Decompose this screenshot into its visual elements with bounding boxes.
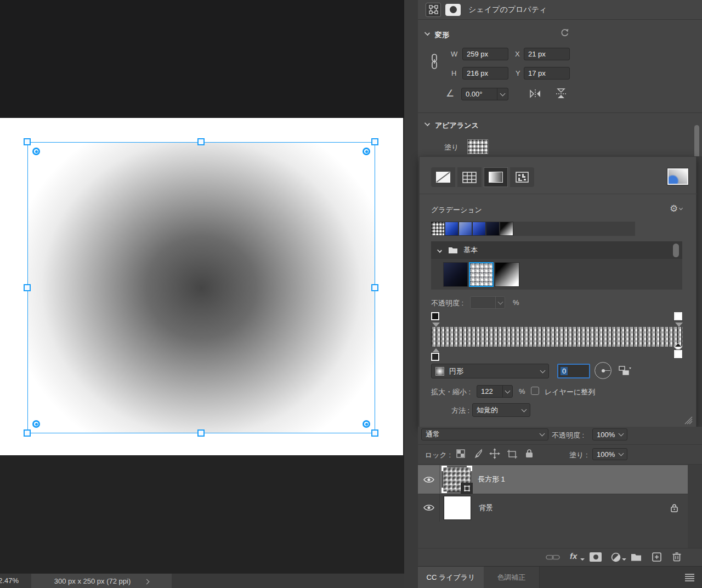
reset-transform-icon[interactable]	[559, 27, 570, 38]
gradient-angle-input[interactable]: 0	[557, 364, 590, 378]
lock-transparency-icon[interactable]	[456, 449, 465, 458]
color-stop-left[interactable]	[431, 353, 439, 361]
gradient-settings-gear-icon[interactable]: ⚙	[670, 203, 682, 214]
background-lock-icon[interactable]	[671, 504, 678, 512]
align-layer-checkbox[interactable]	[531, 387, 539, 395]
lock-artboard-icon[interactable]	[507, 449, 518, 459]
handle-top-center[interactable]	[197, 138, 205, 145]
gradient-style-select[interactable]: 円形	[431, 364, 549, 378]
layer-thumbnail-shape[interactable]	[443, 467, 471, 491]
gradient-preview-bar[interactable]	[431, 327, 683, 347]
visibility-toggle[interactable]	[418, 465, 440, 494]
stop-opacity-field[interactable]	[470, 296, 505, 309]
angle-field[interactable]: 0.00°	[461, 88, 508, 100]
layer-row-background[interactable]: 背景	[418, 494, 688, 521]
canvas-area[interactable]	[0, 0, 404, 573]
corner-radius-handle-bl[interactable]	[32, 420, 40, 428]
recent-gradient-2[interactable]	[445, 222, 458, 236]
layer-style-fx-icon[interactable]: fx	[570, 551, 577, 561]
layer-name[interactable]: 背景	[479, 503, 493, 513]
recent-gradient-6[interactable]	[500, 222, 513, 236]
method-select[interactable]: 知覚的	[472, 403, 530, 417]
tab-cc-libraries[interactable]: CC ライブラリ	[418, 567, 484, 588]
recent-gradient-4[interactable]	[472, 222, 486, 236]
selection-bounds[interactable]	[27, 142, 375, 433]
handle-bottom-left[interactable]	[24, 429, 31, 437]
corner-radius-handle-tr[interactable]	[363, 148, 370, 155]
handle-bottom-center[interactable]	[197, 429, 205, 437]
layers-scroll-gutter[interactable]	[688, 465, 702, 548]
layer-row-rectangle[interactable]: 長方形 1	[418, 465, 688, 494]
fill-swatch[interactable]	[467, 139, 488, 154]
style-dropdown-icon	[540, 368, 546, 373]
lock-all-icon[interactable]	[525, 449, 533, 458]
handle-middle-right[interactable]	[371, 284, 378, 291]
recent-gradient-3[interactable]	[458, 222, 472, 236]
handle-top-right[interactable]	[371, 138, 378, 145]
scale-field[interactable]: 122	[477, 385, 513, 398]
h-label: H	[451, 69, 456, 77]
layer-thumbnail-background[interactable]	[444, 496, 471, 519]
x-field[interactable]: 21 px	[524, 48, 570, 60]
zoom-level[interactable]: 62.47%	[0, 576, 19, 585]
opacity-stop-left[interactable]	[431, 312, 439, 320]
panel-gap	[404, 0, 418, 588]
delete-layer-trash-icon[interactable]	[672, 552, 681, 562]
lock-position-move-icon[interactable]	[489, 448, 500, 459]
h-field[interactable]: 216 px	[462, 67, 508, 80]
layer-fill-select[interactable]: 100%	[592, 448, 627, 460]
group-scrollbar[interactable]	[673, 244, 679, 257]
fill-none-button[interactable]	[431, 167, 455, 187]
fill-pattern-button[interactable]	[510, 167, 534, 187]
scale-dropdown-icon[interactable]	[505, 388, 511, 394]
corner-radius-handle-br[interactable]	[363, 420, 370, 428]
preset-group-header[interactable]: 基本	[431, 241, 682, 259]
flip-vertical-icon[interactable]	[555, 88, 567, 100]
shape-properties-icon[interactable]	[445, 4, 461, 16]
recent-gradient-5[interactable]	[486, 222, 500, 236]
fill-gradient-button[interactable]	[484, 167, 508, 187]
artboard[interactable]	[0, 118, 403, 455]
link-layers-icon[interactable]	[546, 553, 560, 561]
panel-menu-hamburger-icon[interactable]	[685, 573, 694, 583]
fill-solid-button[interactable]	[457, 167, 482, 187]
preset-black-to-white[interactable]	[495, 262, 519, 287]
lock-pixels-brush-icon[interactable]	[473, 449, 483, 459]
y-field[interactable]: 17 px	[524, 67, 570, 80]
recent-gradient-1[interactable]	[431, 222, 445, 236]
corner-radius-handle-tl[interactable]	[32, 148, 40, 155]
flip-horizontal-icon[interactable]	[529, 88, 541, 99]
preset-fg-to-transparent-selected[interactable]	[469, 262, 494, 287]
color-picker-swatch[interactable]	[667, 168, 688, 185]
group-collapse-icon[interactable]	[437, 248, 442, 253]
color-stop-right[interactable]	[674, 350, 682, 358]
link-wh-icon[interactable]	[430, 53, 439, 70]
popup-resize-grip[interactable]	[684, 416, 693, 425]
layer-opacity-select[interactable]: 100%	[592, 428, 627, 440]
appearance-collapse-icon[interactable]	[424, 121, 430, 126]
handle-top-left[interactable]	[24, 138, 31, 145]
doc-size-box[interactable]: 300 px x 250 px (72 ppi)	[31, 574, 172, 588]
w-field[interactable]: 259 px	[462, 48, 508, 60]
angle-dial[interactable]	[595, 362, 612, 379]
handle-middle-left[interactable]	[24, 284, 31, 291]
opacity-stop-right[interactable]	[674, 312, 682, 320]
tab-adjustments[interactable]: 色調補正	[484, 567, 540, 588]
visibility-toggle[interactable]	[418, 494, 440, 522]
reverse-gradient-icon[interactable]	[619, 365, 632, 376]
blend-mode-select[interactable]: 通常	[421, 428, 548, 440]
transform-collapse-icon[interactable]	[424, 30, 430, 36]
handle-bottom-right[interactable]	[371, 429, 378, 437]
add-layer-mask-icon[interactable]	[590, 552, 602, 562]
status-chevron-icon[interactable]	[144, 579, 150, 584]
preset-fg-to-bg[interactable]	[443, 262, 468, 287]
adjustment-layer-icon[interactable]	[611, 552, 621, 562]
transform-box-icon[interactable]	[426, 3, 441, 17]
layer-name[interactable]: 長方形 1	[478, 474, 505, 484]
method-dropdown-icon	[522, 406, 527, 412]
new-layer-icon[interactable]	[652, 552, 661, 562]
transform-header[interactable]: 変形	[435, 30, 449, 40]
new-group-folder-icon[interactable]	[631, 553, 642, 561]
appearance-header[interactable]: アピアランス	[435, 121, 479, 131]
angle-dropdown-icon[interactable]	[500, 91, 506, 96]
